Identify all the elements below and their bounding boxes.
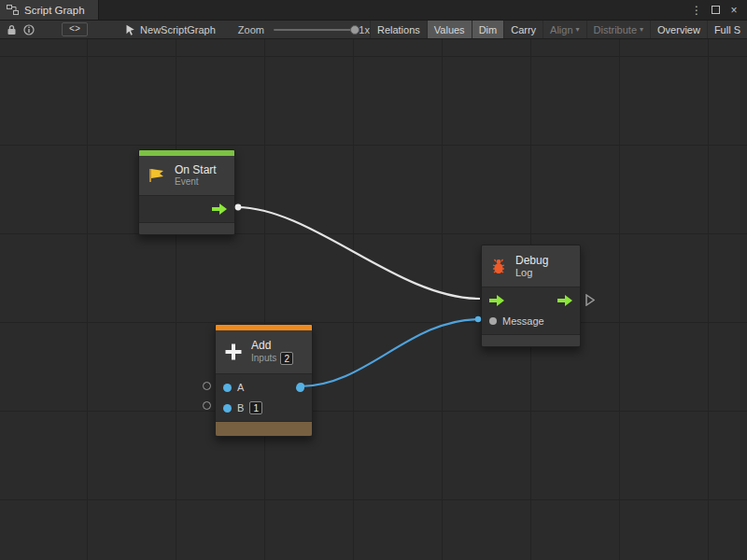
node-on-start-header[interactable]: On Start Event [139, 156, 234, 195]
maximize-icon [712, 6, 720, 14]
chevron-down-icon: ▾ [576, 25, 580, 34]
on-start-trigger-out-port[interactable] [139, 199, 234, 219]
zoom-label: Zoom [238, 24, 264, 35]
node-subtitle: Event [175, 176, 217, 188]
port-a-label: A [237, 382, 244, 393]
graph-name: NewScriptGraph [140, 24, 216, 35]
debug-log-flow-in-port[interactable] [489, 295, 504, 306]
zoom-slider[interactable] [274, 23, 353, 36]
maximize-button[interactable] [708, 3, 723, 18]
titlebar: Script Graph ⋮ × [0, 0, 747, 21]
message-port-dot[interactable] [489, 317, 497, 325]
node-add-header[interactable]: Add Inputs 2 [216, 330, 312, 373]
bug-icon [489, 258, 508, 275]
port-b-label: B [237, 402, 244, 413]
cursor-icon [125, 24, 135, 35]
plus-icon [223, 342, 244, 362]
debug-log-message-port[interactable]: Message [482, 311, 580, 331]
overview-button[interactable]: Overview [650, 21, 707, 39]
node-debug-log-header[interactable]: Debug Log [482, 245, 580, 287]
inputs-count-field[interactable]: 2 [280, 352, 293, 365]
zoom-slider-track [274, 29, 353, 31]
port-b-in-dot[interactable] [223, 404, 232, 413]
flow-wire-start-dot [235, 204, 242, 211]
port-b-value-field[interactable]: 1 [249, 401, 262, 414]
add-port-row-a[interactable]: A [216, 377, 312, 398]
dim-button[interactable]: Dim [472, 21, 504, 39]
add-result-out-dot[interactable] [296, 384, 304, 392]
add-port-row-b[interactable]: B 1 [216, 398, 312, 418]
zoom-slider-handle[interactable] [350, 25, 359, 35]
relations-button[interactable]: Relations [370, 21, 427, 39]
zoom-value: 1x [359, 24, 370, 35]
script-graph-window: Script Graph ⋮ × <> NewScriptGraph Zoom … [0, 0, 747, 560]
port-b-unconnected-circle[interactable] [203, 401, 211, 410]
close-button[interactable]: × [726, 3, 741, 18]
lock-icon [7, 24, 17, 35]
window-menu-button[interactable]: ⋮ [689, 3, 704, 18]
distribute-label: Distribute [594, 24, 637, 35]
flow-arrow-icon [212, 203, 227, 215]
node-footer [482, 335, 580, 346]
tab-title: Script Graph [24, 5, 85, 16]
flow-arrow-icon [489, 295, 504, 306]
node-add[interactable]: Add Inputs 2 A B 1 [215, 324, 313, 437]
align-label: Align [550, 24, 572, 35]
code-view-button[interactable]: <> [62, 22, 88, 36]
tab-script-graph[interactable]: Script Graph [0, 0, 99, 20]
flow-wire-onstart-to-log[interactable] [236, 207, 480, 299]
distribute-dropdown: Distribute ▾ [586, 21, 650, 39]
node-subtitle: Inputs [251, 353, 276, 364]
fullscreen-button[interactable]: Full S [707, 21, 747, 39]
node-footer-accent [216, 422, 312, 436]
script-graph-tab-icon [7, 5, 19, 15]
info-button[interactable] [21, 21, 38, 38]
node-title: On Start [175, 163, 217, 176]
port-a-in-dot[interactable] [223, 384, 232, 392]
graph-canvas[interactable]: On Start Event [0, 39, 747, 560]
node-debug-log[interactable]: Debug Log Message [481, 245, 581, 347]
info-icon [23, 24, 35, 35]
node-footer [139, 223, 234, 234]
node-on-start[interactable]: On Start Event [138, 149, 235, 235]
lock-button[interactable] [3, 21, 21, 38]
debug-log-flow-out-port[interactable] [557, 295, 572, 306]
value-wire-add-to-message[interactable] [301, 319, 479, 386]
node-title: Debug [515, 254, 548, 267]
graph-toolbar: <> NewScriptGraph Zoom 1x Relations Valu… [0, 21, 747, 39]
values-button[interactable]: Values [427, 21, 472, 39]
flag-icon [147, 167, 167, 184]
carry-button[interactable]: Carry [503, 21, 543, 39]
port-a-unconnected-circle[interactable] [203, 382, 211, 390]
node-subtitle: Log [515, 267, 548, 278]
align-dropdown: Align ▾ [543, 21, 585, 39]
message-port-label: Message [502, 315, 544, 327]
node-title: Add [251, 339, 293, 352]
window-controls: ⋮ × [689, 0, 747, 20]
chevron-down-icon: ▾ [640, 25, 643, 34]
flow-out-unconnected-triangle[interactable] [585, 293, 595, 310]
flow-arrow-icon [557, 295, 572, 306]
graph-name-breadcrumb[interactable]: NewScriptGraph [125, 24, 216, 35]
